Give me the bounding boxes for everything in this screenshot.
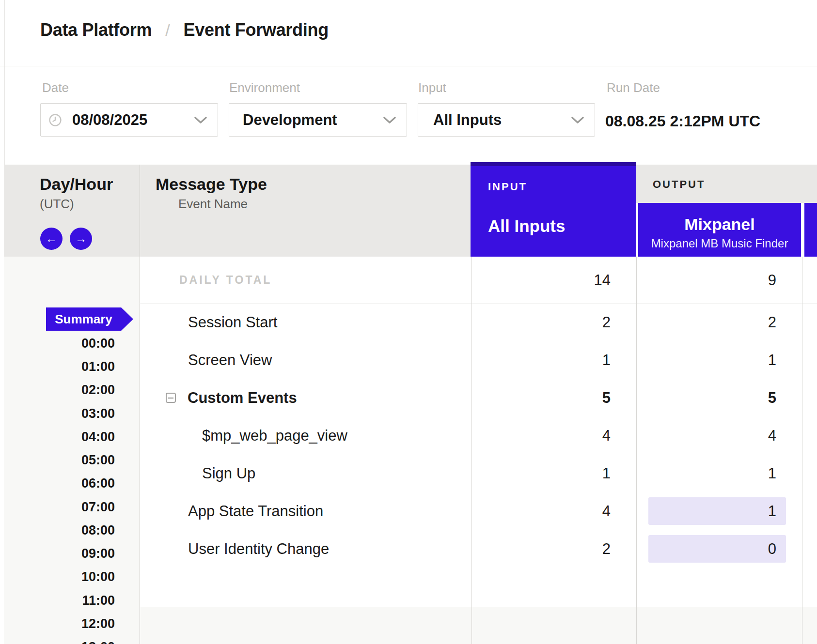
row-output-value: 1: [768, 455, 776, 492]
page-left-border: [4, 0, 5, 165]
input-column-header[interactable]: INPUT All Inputs: [471, 162, 636, 257]
row-input-value: 1: [602, 455, 611, 492]
run-date-value: 08.08.25 2:12PM UTC: [605, 112, 760, 130]
rail-time-09[interactable]: 09:00: [81, 546, 115, 561]
row-label: App State Transition: [188, 492, 323, 530]
row-input-value: 2: [602, 530, 611, 568]
rail-time-10[interactable]: 10:00: [81, 569, 115, 584]
table-row-child: $mp_web_page_view 4 4: [0, 417, 817, 455]
chevron-down-icon: [194, 117, 207, 123]
row-label: Custom Events: [188, 379, 297, 417]
rail-time-08[interactable]: 08:00: [81, 523, 115, 537]
clock-icon: [49, 114, 62, 126]
table-row-child: Sign Up 1 1: [0, 455, 817, 492]
daily-total-label: DAILY TOTAL: [179, 257, 272, 304]
previous-day-button[interactable]: ←: [40, 228, 63, 250]
output-group-label: OUTPUT: [653, 179, 705, 190]
breadcrumb: Data Platform / Event Forwarding: [40, 19, 329, 41]
row-label: Screen View: [188, 341, 272, 379]
breadcrumb-separator-icon: /: [165, 21, 170, 40]
daily-total-input-value: 14: [594, 257, 611, 304]
header-divider: [0, 66, 817, 66]
row-output-value: 2: [768, 304, 776, 341]
table-row: App State Transition 4 1: [0, 492, 817, 530]
chevron-down-icon: [383, 117, 396, 123]
output-column-name: Mixpanel: [638, 215, 801, 233]
rail-time-04[interactable]: 04:00: [81, 429, 115, 444]
row-label: User Identity Change: [188, 530, 329, 568]
rail-time-02[interactable]: 02:00: [81, 383, 115, 397]
input-filter-label: Input: [418, 81, 446, 94]
rail-time-12[interactable]: 12:00: [81, 616, 115, 631]
input-filter-select[interactable]: All Inputs: [418, 103, 595, 137]
rail-time-06[interactable]: 06:00: [81, 476, 115, 491]
date-filter-value: 08/08/2025: [72, 111, 147, 129]
next-day-button[interactable]: →: [70, 228, 92, 250]
daily-total-output-value: 9: [768, 257, 776, 304]
table-footer-band: [140, 607, 817, 644]
event-forwarding-page: Data Platform / Event Forwarding Date 08…: [0, 0, 817, 644]
environment-filter-value: Development: [243, 111, 337, 129]
day-hour-column-subtitle: (UTC): [40, 198, 74, 210]
row-output-value: 4: [768, 417, 776, 455]
row-input-value: 5: [602, 379, 611, 417]
output-column-header-next-partial[interactable]: [804, 203, 817, 257]
chevron-down-icon: [571, 117, 584, 123]
row-label: Sign Up: [202, 455, 255, 492]
date-filter-label: Date: [42, 81, 69, 94]
row-input-value: 4: [602, 417, 611, 455]
row-input-value: 1: [602, 341, 611, 379]
breadcrumb-section[interactable]: Data Platform: [40, 20, 152, 40]
arrow-right-icon: →: [75, 232, 87, 245]
environment-filter-select[interactable]: Development: [229, 103, 407, 137]
row-output-value: 1: [768, 341, 776, 379]
arrow-left-icon: ←: [46, 232, 57, 245]
row-label: $mp_web_page_view: [202, 417, 347, 455]
message-type-column-title: Message Type: [156, 175, 267, 193]
summary-tag[interactable]: Summary: [46, 307, 133, 331]
row-label: Session Start: [188, 304, 277, 341]
input-group-label: INPUT: [488, 182, 527, 192]
rail-time-11[interactable]: 11:00: [82, 593, 115, 608]
output-column-subtitle: Mixpanel MB Music Finder: [638, 237, 801, 250]
date-filter-select[interactable]: 08/08/2025: [40, 103, 218, 137]
input-column-name: All Inputs: [488, 217, 565, 235]
day-hour-column-title: Day/Hour: [40, 175, 113, 193]
daily-total-row: DAILY TOTAL 14 9: [0, 257, 817, 304]
row-output-value: 5: [768, 379, 776, 417]
run-date-label: Run Date: [607, 81, 660, 94]
row-output-value-highlighted[interactable]: 0: [648, 535, 786, 563]
column-gutter: [801, 203, 804, 257]
table-row: User Identity Change 2 0: [0, 530, 817, 568]
message-type-column-subtitle: Event Name: [178, 198, 248, 210]
page-title: Event Forwarding: [184, 20, 329, 40]
table-row-custom-events: Custom Events 5 5: [0, 379, 817, 417]
rail-time-01[interactable]: 01:00: [81, 359, 115, 374]
input-filter-value: All Inputs: [433, 111, 502, 129]
rail-time-13[interactable]: 13:00: [81, 640, 115, 644]
row-input-value: 2: [602, 304, 611, 341]
collapse-minus-icon[interactable]: [166, 393, 176, 403]
output-column-header-mixpanel[interactable]: Mixpanel Mixpanel MB Music Finder: [638, 203, 801, 257]
rail-time-07[interactable]: 07:00: [81, 500, 115, 514]
rail-time-03[interactable]: 03:00: [81, 406, 115, 421]
rail-time-00[interactable]: 00:00: [81, 336, 115, 351]
rail-time-05[interactable]: 05:00: [81, 453, 115, 467]
environment-filter-label: Environment: [229, 81, 300, 94]
table-row: Screen View 1 1: [0, 341, 817, 379]
row-output-value-highlighted[interactable]: 1: [648, 497, 786, 525]
row-input-value: 4: [602, 492, 611, 530]
